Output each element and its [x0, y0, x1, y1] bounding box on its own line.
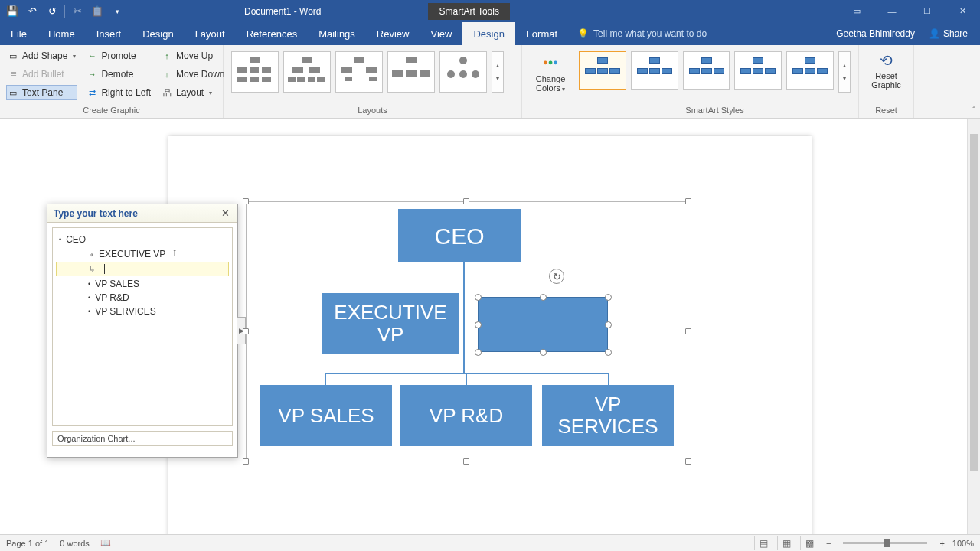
- layout-button[interactable]: 品Layout▾: [160, 85, 226, 100]
- text-pane-toggle[interactable]: ▭Text Pane: [6, 85, 77, 100]
- status-page[interactable]: Page 1 of 1: [6, 539, 49, 548]
- text-pane-title: Type your text here: [54, 208, 138, 219]
- tp-item-editing[interactable]: ↳: [56, 262, 229, 276]
- cut-icon[interactable]: ✂: [68, 2, 87, 21]
- qat-more-icon[interactable]: ▾: [108, 2, 126, 21]
- collapse-ribbon-icon[interactable]: ˆ: [972, 106, 975, 115]
- node-exec-vp[interactable]: EXECUTIVE VP: [322, 293, 459, 354]
- add-bullet-button: ≣Add Bullet: [6, 67, 77, 82]
- arrow-right-icon: →: [87, 69, 97, 80]
- textpane-icon: ▭: [8, 87, 18, 98]
- vertical-scrollbar[interactable]: [967, 119, 980, 534]
- ribbon-options-icon[interactable]: ▭: [839, 0, 874, 22]
- move-down-button[interactable]: ↓Move Down: [160, 67, 226, 82]
- ribbon-tabs: File Home Insert Design Layout Reference…: [0, 22, 980, 45]
- view-read-icon[interactable]: ▤: [754, 536, 773, 550]
- reset-graphic-button[interactable]: ⟲ Reset Graphic: [865, 48, 907, 90]
- undo-icon[interactable]: ↶: [23, 2, 41, 21]
- styles-more-button[interactable]: ▴▾: [838, 51, 851, 93]
- swap-icon: ⇄: [87, 87, 97, 98]
- node-vp-sales[interactable]: VP SALES: [260, 385, 392, 446]
- status-words[interactable]: 0 words: [60, 539, 90, 548]
- save-icon[interactable]: 💾: [3, 2, 21, 21]
- tp-item-vprd[interactable]: •VP R&D: [56, 291, 229, 305]
- bullet-icon: ≣: [8, 69, 18, 80]
- node-vp-rd[interactable]: VP R&D: [400, 385, 532, 446]
- zoom-in-button[interactable]: +: [936, 539, 947, 548]
- status-bar: Page 1 of 1 0 words 📖 ▤ ▦ ▩ − + 100%: [0, 534, 980, 551]
- tab-file[interactable]: File: [0, 22, 38, 45]
- share-icon: 👤: [929, 28, 940, 39]
- view-web-icon[interactable]: ▩: [800, 536, 818, 550]
- tab-review[interactable]: Review: [366, 22, 420, 45]
- layouts-more-button[interactable]: ▴▾: [492, 51, 504, 93]
- tab-design[interactable]: Design: [132, 22, 184, 45]
- tab-mailings[interactable]: Mailings: [308, 22, 366, 45]
- rotate-handle-icon[interactable]: [549, 269, 564, 284]
- add-shape-icon: ▭: [8, 51, 18, 61]
- node-ceo[interactable]: CEO: [398, 209, 521, 262]
- tab-smartart-design[interactable]: Design: [462, 22, 514, 45]
- minimize-icon[interactable]: —: [874, 0, 910, 22]
- contextual-tab-label: SmartArt Tools: [428, 3, 509, 20]
- tab-references[interactable]: References: [236, 22, 308, 45]
- share-button[interactable]: 👤 Share: [924, 27, 972, 41]
- tab-home[interactable]: Home: [38, 22, 86, 45]
- view-print-icon[interactable]: ▦: [777, 536, 795, 550]
- smartart-text-pane: Type your text here ✕ •CEO ↳EXECUTIVE VP…: [47, 204, 238, 458]
- maximize-icon[interactable]: ☐: [910, 0, 945, 22]
- node-vp-services[interactable]: VP SERVICES: [542, 385, 674, 446]
- tp-item-vpsales[interactable]: •VP SALES: [56, 277, 229, 291]
- bulb-icon: 💡: [577, 28, 589, 39]
- style-thumb-1[interactable]: [579, 51, 626, 90]
- tp-item-ceo[interactable]: •CEO: [56, 233, 229, 246]
- smartart-canvas[interactable]: CEO EXECUTIVE VP VP SALES VP R&D VP SERV…: [246, 201, 688, 461]
- redo-icon[interactable]: ↺: [43, 2, 61, 21]
- tab-layout[interactable]: Layout: [185, 22, 236, 45]
- layout-thumb-3[interactable]: [335, 51, 383, 93]
- group-layouts: ▴▾ Layouts: [224, 45, 522, 118]
- add-shape-button[interactable]: ▭Add Shape▾: [6, 48, 77, 64]
- zoom-level[interactable]: 100%: [952, 539, 974, 548]
- promote-button[interactable]: ←Promote: [85, 48, 152, 64]
- group-label: Layouts: [230, 106, 515, 116]
- paste-icon[interactable]: 📋: [88, 2, 106, 21]
- move-up-button[interactable]: ↑Move Up: [160, 48, 226, 64]
- zoom-out-button[interactable]: −: [823, 539, 834, 548]
- layout-thumb-4[interactable]: [387, 51, 435, 93]
- node-blank-selected[interactable]: [478, 297, 608, 352]
- tp-item-execvp[interactable]: ↳EXECUTIVE VPI: [56, 246, 229, 261]
- layout-thumb-5[interactable]: [439, 51, 487, 93]
- layout-thumb-1[interactable]: [231, 51, 279, 93]
- rtl-button[interactable]: ⇄Right to Left: [85, 85, 152, 100]
- tab-view[interactable]: View: [420, 22, 462, 45]
- style-thumb-4[interactable]: [734, 51, 782, 90]
- tp-item-vpservices[interactable]: •VP SERVICES: [56, 305, 229, 318]
- text-pane-list[interactable]: •CEO ↳EXECUTIVE VPI ↳ •VP SALES •VP R&D …: [52, 227, 233, 426]
- title-bar: 💾 ↶ ↺ ✂ 📋 ▾ Document1 - Word SmartArt To…: [0, 0, 980, 22]
- tab-insert[interactable]: Insert: [86, 22, 132, 45]
- reset-icon: ⟲: [880, 51, 893, 70]
- user-name[interactable]: Geetha Bhimireddy: [836, 28, 915, 39]
- share-label: Share: [943, 28, 968, 39]
- arrow-left-icon: ←: [87, 51, 97, 61]
- demote-button[interactable]: →Demote: [85, 67, 152, 82]
- layout-thumb-2[interactable]: [283, 51, 331, 93]
- tab-smartart-format[interactable]: Format: [515, 22, 568, 45]
- style-thumb-5[interactable]: [786, 51, 834, 90]
- change-colors-button[interactable]: ●●● Change Colors▾: [528, 48, 573, 93]
- quick-access-toolbar: 💾 ↶ ↺ ✂ 📋 ▾: [0, 0, 129, 22]
- group-styles: ▴▾ SmartArt Styles: [571, 45, 859, 118]
- document-title: Document1 - Word: [244, 6, 321, 17]
- group-label: Create Graphic: [6, 106, 217, 116]
- tell-me-search[interactable]: 💡 Tell me what you want to do: [577, 22, 707, 45]
- close-icon[interactable]: ✕: [945, 0, 980, 22]
- text-pane-footer[interactable]: Organization Chart...: [52, 431, 233, 446]
- close-text-pane-icon[interactable]: ✕: [219, 207, 231, 219]
- style-thumb-2[interactable]: [631, 51, 678, 90]
- group-colors: ●●● Change Colors▾: [522, 45, 571, 118]
- style-thumb-3[interactable]: [683, 51, 730, 90]
- zoom-slider[interactable]: [843, 542, 927, 544]
- group-reset: ⟲ Reset Graphic Reset: [859, 45, 914, 118]
- status-proofing-icon[interactable]: 📖: [100, 538, 111, 548]
